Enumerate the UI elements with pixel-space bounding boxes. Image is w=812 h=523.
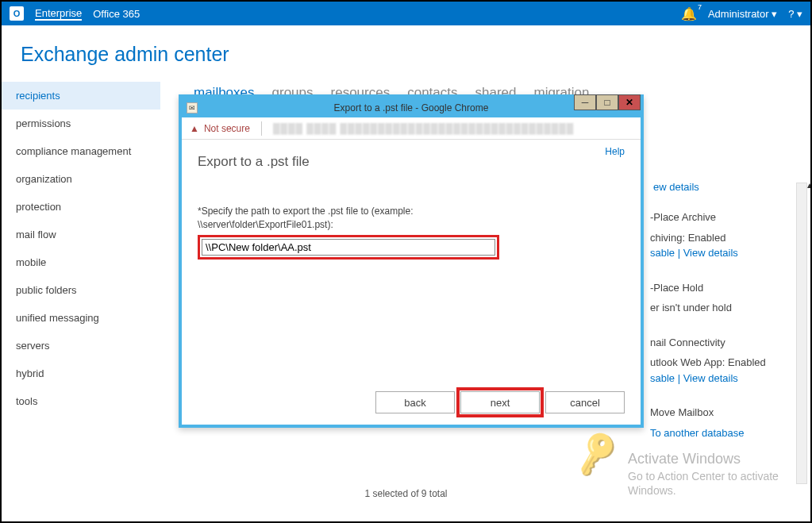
not-secure-label: Not secure [204, 123, 250, 134]
security-bar: ▲ Not secure ████ ████ █████████████████… [182, 117, 641, 140]
sidebar-item-organization[interactable]: organization [2, 165, 160, 193]
sidebar-item-servers[interactable]: servers [2, 332, 160, 360]
sidebar-item-mailflow[interactable]: mail flow [2, 221, 160, 248]
collapse-caret-icon[interactable]: ▴ [807, 178, 812, 192]
nav-enterprise[interactable]: Enterprise [35, 7, 82, 21]
conn-title: nail Connectivity [650, 335, 807, 351]
path-label-line2: \\server\folder\ExportFile01.pst): [198, 218, 625, 232]
sidebar-item-unifiedmessaging[interactable]: unified messaging [2, 304, 160, 332]
path-label-line1: *Specify the path to export the .pst fil… [198, 205, 625, 218]
dialog-heading: Export to a .pst file [198, 154, 625, 170]
sidebar-item-permissions[interactable]: permissions [2, 110, 160, 137]
key-icon: 🔑 [570, 428, 623, 479]
sidebar-item-hybrid[interactable]: hybrid [2, 360, 160, 387]
maximize-button[interactable]: □ [596, 94, 618, 110]
next-button[interactable]: next [460, 391, 540, 413]
path-input[interactable] [202, 239, 495, 256]
topbar: O Enterprise Office 365 🔔7 Administrator… [2, 2, 810, 25]
admin-dropdown[interactable]: Administrator ▾ [708, 8, 777, 20]
help-dropdown[interactable]: ? ▾ [788, 8, 802, 20]
archive-status: chiving: Enabled [650, 230, 807, 246]
notification-bell-icon[interactable]: 🔔7 [681, 6, 697, 21]
hold-status: er isn't under hold [650, 300, 807, 316]
move-link[interactable]: To another database [650, 427, 745, 439]
minimize-button[interactable]: ─ [574, 94, 596, 110]
back-button[interactable]: back [375, 391, 455, 413]
dialog-title: Export to a .pst file - Google Chrome [334, 102, 489, 113]
office-logo-icon: O [10, 6, 24, 21]
archive-title: -Place Archive [650, 210, 807, 225]
conn-status: utlook Web App: Enabled [650, 355, 807, 371]
sidebar-item-publicfolders[interactable]: public folders [2, 276, 160, 304]
archive-links[interactable]: sable | View details [650, 245, 807, 261]
dialog-app-icon: ✉ [187, 102, 198, 113]
conn-links[interactable]: sable | View details [650, 371, 807, 386]
cancel-button[interactable]: cancel [545, 391, 625, 413]
sidebar: recipients permissions compliance manage… [2, 80, 160, 415]
url-blurred: ████ ████ ██████████████████████████████… [273, 123, 574, 134]
nav-office365[interactable]: Office 365 [93, 8, 140, 20]
hold-title: -Place Hold [650, 280, 807, 296]
warning-icon: ▲ [190, 123, 199, 134]
view-details-link[interactable]: ew details [653, 179, 699, 195]
help-link[interactable]: Help [605, 146, 625, 157]
export-pst-dialog: ✉ Export to a .pst file - Google Chrome … [179, 94, 644, 428]
sidebar-item-compliance[interactable]: compliance management [2, 137, 160, 165]
notif-count: 7 [698, 3, 702, 11]
sidebar-item-recipients[interactable]: recipients [2, 82, 160, 110]
details-pane: ew details ▴ -Place Archive chiving: Ena… [650, 183, 807, 460]
sidebar-item-protection[interactable]: protection [2, 193, 160, 221]
watermark-heading: Activate Windows [628, 450, 795, 468]
sidebar-item-mobile[interactable]: mobile [2, 248, 160, 276]
path-input-highlight [198, 235, 499, 260]
move-title: Move Mailbox [650, 405, 807, 421]
status-bar: 1 selected of 9 total [2, 488, 810, 499]
next-button-highlight: next [456, 387, 544, 417]
close-button[interactable]: ✕ [618, 94, 641, 110]
sidebar-item-tools[interactable]: tools [2, 387, 160, 415]
dialog-titlebar[interactable]: ✉ Export to a .pst file - Google Chrome … [182, 98, 641, 117]
page-title: Exchange admin center [2, 25, 810, 80]
